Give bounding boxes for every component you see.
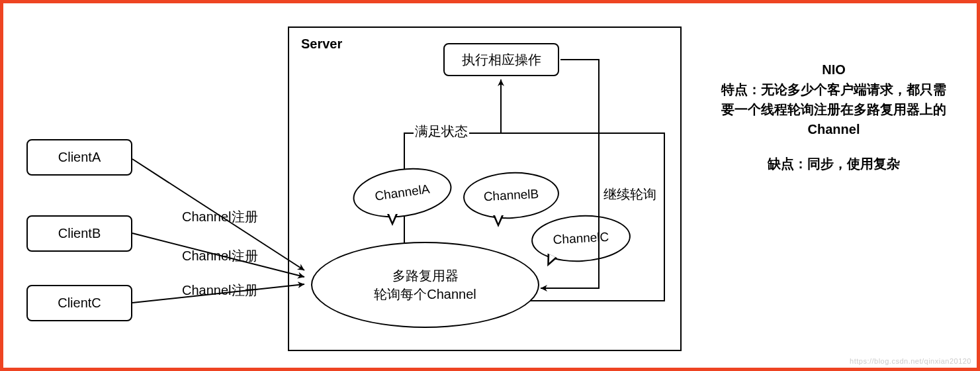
action-box: 执行相应操作 bbox=[443, 43, 559, 76]
multiplexer-line2: 轮询每个Channel bbox=[374, 285, 476, 303]
watermark: https://blog.csdn.net/qinxian20120 bbox=[850, 357, 971, 365]
continue-poll-label: 继续轮询 bbox=[602, 186, 658, 203]
register-label-3: Channel注册 bbox=[181, 282, 259, 299]
multiplexer-line1: 多路复用器 bbox=[392, 266, 459, 285]
client-c-label: ClientC bbox=[58, 295, 101, 311]
client-b-box: ClientB bbox=[26, 215, 132, 252]
drawback-prefix: 缺点： bbox=[768, 156, 807, 171]
side-notes: NIO 特点：无论多少个客户端请求，都只需要一个线程轮询注册在多路复用器上的Ch… bbox=[718, 60, 950, 174]
register-label-2: Channel注册 bbox=[181, 247, 259, 265]
channel-c-label: ChannelC bbox=[553, 230, 609, 247]
feature-prefix: 特点： bbox=[721, 82, 761, 97]
nio-title: NIO bbox=[718, 60, 950, 80]
channel-a-tail bbox=[387, 214, 398, 226]
diagram-canvas: ClientA ClientB ClientC Server 执行相应操作 满足… bbox=[3, 3, 977, 368]
client-b-label: ClientB bbox=[58, 226, 101, 241]
drawback-text: 同步，使用复杂 bbox=[807, 156, 900, 171]
diagram-frame: ClientA ClientB ClientC Server 执行相应操作 满足… bbox=[0, 0, 980, 371]
channel-b-tail bbox=[493, 215, 504, 227]
client-a-label: ClientA bbox=[58, 150, 101, 165]
server-label: Server bbox=[301, 36, 342, 52]
multiplexer-ellipse: 多路复用器 轮询每个Channel bbox=[311, 242, 539, 328]
register-label-1: Channel注册 bbox=[181, 208, 259, 226]
client-a-box: ClientA bbox=[26, 139, 132, 176]
nio-feature: 特点：无论多少个客户端请求，都只需要一个线程轮询注册在多路复用器上的Channe… bbox=[718, 80, 950, 139]
channel-a-label: ChannelA bbox=[374, 182, 431, 203]
channel-b-label: ChannelB bbox=[483, 187, 539, 204]
action-label: 执行相应操作 bbox=[462, 51, 541, 69]
client-c-box: ClientC bbox=[26, 285, 132, 321]
inner-state-label: 满足状态 bbox=[414, 123, 469, 140]
nio-drawback: 缺点：同步，使用复杂 bbox=[718, 154, 950, 174]
